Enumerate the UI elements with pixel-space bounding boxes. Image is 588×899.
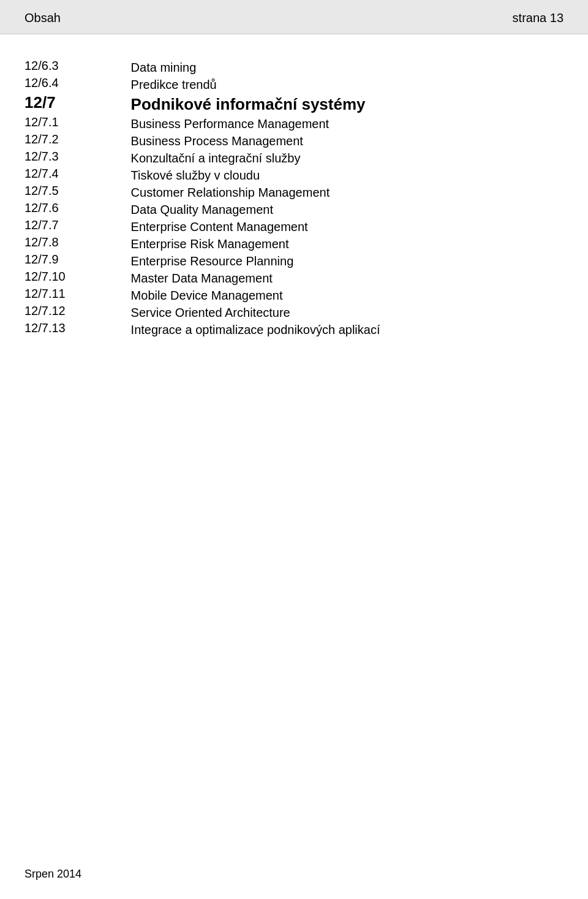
toc-number: 12/6.4 [24,76,131,93]
toc-number: 12/7.11 [24,287,131,304]
toc-number: 12/7.7 [24,218,131,235]
toc-title: Service Oriented Architecture [131,304,564,321]
page: Obsah strana 13 12/6.3Data mining12/6.4P… [0,0,588,899]
toc-title: Business Process Management [131,132,564,150]
toc-title: Business Performance Management [131,115,564,132]
toc-row: 12/7.10Master Data Management [24,270,564,287]
toc-title: Mobile Device Management [131,287,564,304]
toc-number: 12/7.12 [24,304,131,321]
toc-row: 12/7.4Tiskové služby v cloudu [24,167,564,184]
toc-row: 12/7.8Enterprise Risk Management [24,235,564,252]
toc-row: 12/6.4Predikce trendů [24,76,564,93]
toc-title: Data mining [131,59,564,76]
header-left-label: Obsah [24,11,61,25]
toc-number: 12/7.6 [24,201,131,218]
toc-title: Podnikové informační systémy [131,93,564,115]
toc-row: 12/7.6Data Quality Management [24,201,564,218]
toc-title: Enterprise Content Management [131,218,564,235]
toc-title: Konzultační a integrační služby [131,150,564,167]
toc-number: 12/7 [24,93,131,115]
toc-number: 12/7.8 [24,235,131,252]
toc-number: 12/7.3 [24,150,131,167]
toc-title: Predikce trendů [131,76,564,93]
toc-row: 12/6.3Data mining [24,59,564,76]
toc-row: 12/7Podnikové informační systémy [24,93,564,115]
toc-title: Data Quality Management [131,201,564,218]
toc-title: Enterprise Resource Planning [131,252,564,270]
toc-row: 12/7.11Mobile Device Management [24,287,564,304]
toc-row: 12/7.9Enterprise Resource Planning [24,252,564,270]
toc-title: Integrace a optimalizace podnikových apl… [131,321,564,338]
toc-table: 12/6.3Data mining12/6.4Predikce trendů12… [24,59,564,338]
toc-row: 12/7.13Integrace a optimalizace podnikov… [24,321,564,338]
toc-number: 12/7.10 [24,270,131,287]
page-footer: Srpen 2014 [24,868,81,881]
page-header: Obsah strana 13 [0,0,588,34]
toc-number: 12/7.1 [24,115,131,132]
toc-row: 12/7.3Konzultační a integrační služby [24,150,564,167]
toc-number: 12/7.4 [24,167,131,184]
toc-row: 12/7.12Service Oriented Architecture [24,304,564,321]
toc-title: Enterprise Risk Management [131,235,564,252]
footer-label: Srpen 2014 [24,868,81,880]
toc-number: 12/7.5 [24,184,131,201]
toc-number: 12/7.9 [24,252,131,270]
toc-row: 12/7.5Customer Relationship Management [24,184,564,201]
toc-title: Customer Relationship Management [131,184,564,201]
toc-number: 12/7.13 [24,321,131,338]
header-right-label: strana 13 [513,11,564,25]
toc-number: 12/7.2 [24,132,131,150]
toc-content: 12/6.3Data mining12/6.4Predikce trendů12… [0,34,588,375]
toc-row: 12/7.1Business Performance Management [24,115,564,132]
toc-title: Tiskové služby v cloudu [131,167,564,184]
toc-title: Master Data Management [131,270,564,287]
toc-row: 12/7.7Enterprise Content Management [24,218,564,235]
toc-number: 12/6.3 [24,59,131,76]
toc-row: 12/7.2Business Process Management [24,132,564,150]
